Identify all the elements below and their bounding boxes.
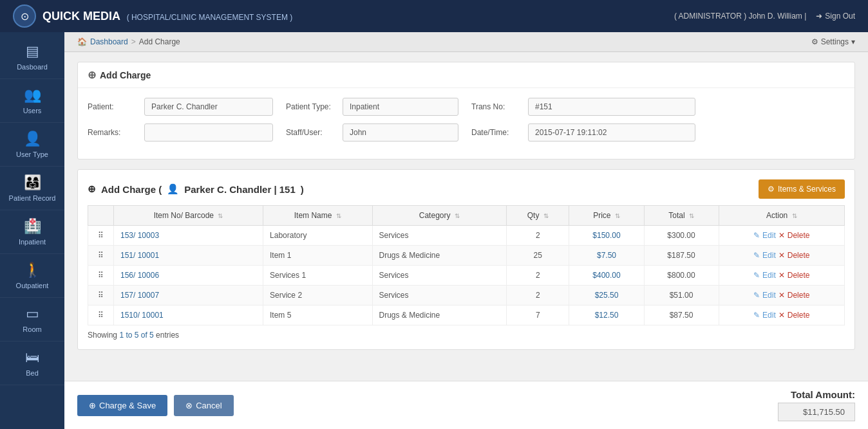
- room-icon: ▭: [26, 306, 39, 322]
- bed-icon: 🛏: [25, 349, 39, 366]
- cancel-icon: ⊗: [185, 401, 193, 410]
- col-item-no[interactable]: Item No/ Barcode ⇅: [114, 206, 263, 226]
- breadcrumb-home[interactable]: Dashboard: [90, 37, 128, 46]
- sidebar-label-users: Users: [23, 107, 42, 114]
- app-logo: ⊙ QUICK MEDIA ( HOSPITAL/CLINIC MANAGEME…: [13, 5, 292, 28]
- col-total[interactable]: Total ⇅: [644, 206, 719, 226]
- col-item-name[interactable]: Item Name ⇅: [263, 206, 372, 226]
- remarks-label: Remarks:: [88, 128, 139, 137]
- sidebar-item-user-type[interactable]: 👤 User Type: [0, 123, 64, 167]
- total-section: Total Amount: $11,715.50: [778, 389, 855, 421]
- delete-icon: ✕: [778, 291, 785, 300]
- users-icon: 👥: [24, 87, 41, 104]
- form-row-1: Patient: Patient Type: Trans No:: [88, 98, 845, 116]
- delete-button[interactable]: Delete: [788, 291, 810, 300]
- sidebar-item-inpatient[interactable]: 🏥 Inpatient: [0, 210, 64, 254]
- patient-type-input[interactable]: [343, 98, 458, 116]
- category-cell: Services: [372, 266, 507, 286]
- col-category[interactable]: Category ⇅: [372, 206, 507, 226]
- item-name-cell: Service 2: [263, 286, 372, 306]
- sidebar-item-users[interactable]: 👥 Users: [0, 79, 64, 123]
- add-charge-card: ⊕ Add Charge Patient: Patient Type:: [77, 62, 855, 160]
- datetime-group: Date/Time:: [471, 123, 695, 141]
- table-patient-name: Parker C. Chandler | 151: [184, 184, 296, 195]
- col-qty[interactable]: Qty ⇅: [507, 206, 569, 226]
- staff-input[interactable]: [343, 123, 458, 141]
- action-cell: ✎ Edit ✕ Delete: [719, 246, 844, 266]
- patient-input[interactable]: [144, 98, 273, 116]
- total-cell: $800.00: [644, 266, 719, 286]
- item-name-cell: Services 1: [263, 266, 372, 286]
- datetime-label: Date/Time:: [471, 128, 523, 137]
- total-amount: $11,715.50: [778, 403, 855, 421]
- top-navigation: ⊙ QUICK MEDIA ( HOSPITAL/CLINIC MANAGEME…: [0, 0, 868, 32]
- delete-button[interactable]: Delete: [788, 251, 810, 260]
- item-no-cell: 153/ 10003: [114, 226, 263, 246]
- item-no-cell: 151/ 10001: [114, 246, 263, 266]
- drag-handle[interactable]: ⠿: [88, 286, 114, 306]
- col-action: Action ⇅: [719, 206, 844, 226]
- price-cell: $150.00: [569, 226, 644, 246]
- patient-group: Patient:: [88, 98, 273, 116]
- drag-handle[interactable]: ⠿: [88, 306, 114, 325]
- item-no-cell: 156/ 10006: [114, 266, 263, 286]
- header-plus-icon: ⊕: [88, 69, 96, 81]
- remarks-input[interactable]: [144, 123, 273, 141]
- total-cell: $51.00: [644, 286, 719, 306]
- charge-table-title: ⊕ Add Charge ( 👤 Parker C. Chandler | 15…: [88, 183, 304, 195]
- breadcrumb-current: Add Charge: [139, 37, 180, 46]
- charge-save-button[interactable]: ⊕ Charge & Save: [77, 395, 167, 416]
- category-cell: Drugs & Medicine: [372, 306, 507, 325]
- bottom-bar: ⊕ Charge & Save ⊗ Cancel Total Amount: $…: [64, 381, 868, 429]
- total-cell: $87.50: [644, 306, 719, 325]
- edit-button[interactable]: Edit: [762, 271, 776, 280]
- table-user-icon: 👤: [167, 183, 179, 195]
- edit-button[interactable]: Edit: [762, 251, 776, 260]
- sidebar-label-patient-record: Patient Record: [9, 194, 56, 202]
- qty-cell: 2: [507, 226, 569, 246]
- action-cell: ✎ Edit ✕ Delete: [719, 266, 844, 286]
- col-price[interactable]: Price ⇅: [569, 206, 644, 226]
- add-charge-card-header: ⊕ Add Charge: [78, 62, 854, 88]
- table-row: ⠿ 153/ 10003 Laboratory Services 2 $150.…: [88, 226, 845, 246]
- delete-button[interactable]: Delete: [788, 271, 810, 280]
- sidebar-item-bed[interactable]: 🛏 Bed: [0, 342, 64, 385]
- drag-handle[interactable]: ⠿: [88, 246, 114, 266]
- trans-no-group: Trans No:: [471, 98, 695, 116]
- edit-button[interactable]: Edit: [762, 291, 776, 300]
- datetime-input[interactable]: [528, 123, 695, 141]
- settings-button[interactable]: ⚙ Settings ▾: [811, 37, 855, 46]
- edit-icon: ✎: [753, 231, 760, 240]
- delete-button[interactable]: Delete: [788, 231, 810, 240]
- trans-no-input[interactable]: [528, 98, 695, 116]
- add-charge-form: Patient: Patient Type: Trans No:: [78, 88, 854, 159]
- sidebar-item-outpatient[interactable]: 🚶 Outpatient: [0, 254, 64, 298]
- staff-label: Staff/User:: [286, 128, 337, 137]
- sidebar-item-dashboard[interactable]: ▤ Dasboard: [0, 35, 64, 79]
- qty-cell: 7: [507, 306, 569, 325]
- sidebar-item-room[interactable]: ▭ Room: [0, 298, 64, 342]
- edit-button[interactable]: Edit: [762, 231, 776, 240]
- total-cell: $187.50: [644, 246, 719, 266]
- table-row: ⠿ 157/ 10007 Service 2 Services 2 $25.50…: [88, 286, 845, 306]
- item-name-cell: Item 5: [263, 306, 372, 325]
- signout-icon: ➜: [816, 12, 822, 21]
- item-name-cell: Item 1: [263, 246, 372, 266]
- patient-type-label: Patient Type:: [286, 102, 337, 111]
- items-services-button[interactable]: ⚙ Items & Services: [759, 179, 845, 199]
- edit-button[interactable]: Edit: [762, 311, 776, 320]
- table-row: ⠿ 151/ 10001 Item 1 Drugs & Medicine 25 …: [88, 246, 845, 266]
- sign-out-button[interactable]: ➜ Sign Out: [816, 12, 855, 21]
- settings-chevron: ▾: [851, 37, 855, 46]
- qty-cell: 2: [507, 286, 569, 306]
- dashboard-icon: ▤: [26, 43, 39, 60]
- delete-button[interactable]: Delete: [788, 311, 810, 320]
- home-icon: 🏠: [77, 37, 87, 46]
- drag-handle[interactable]: ⠿: [88, 266, 114, 286]
- col-drag: [88, 206, 114, 226]
- delete-icon: ✕: [778, 251, 785, 260]
- drag-handle[interactable]: ⠿: [88, 226, 114, 246]
- sidebar-item-patient-record[interactable]: 👨‍👩‍👧 Patient Record: [0, 167, 64, 210]
- cancel-button[interactable]: ⊗ Cancel: [174, 395, 233, 416]
- charge-save-icon: ⊕: [89, 401, 96, 410]
